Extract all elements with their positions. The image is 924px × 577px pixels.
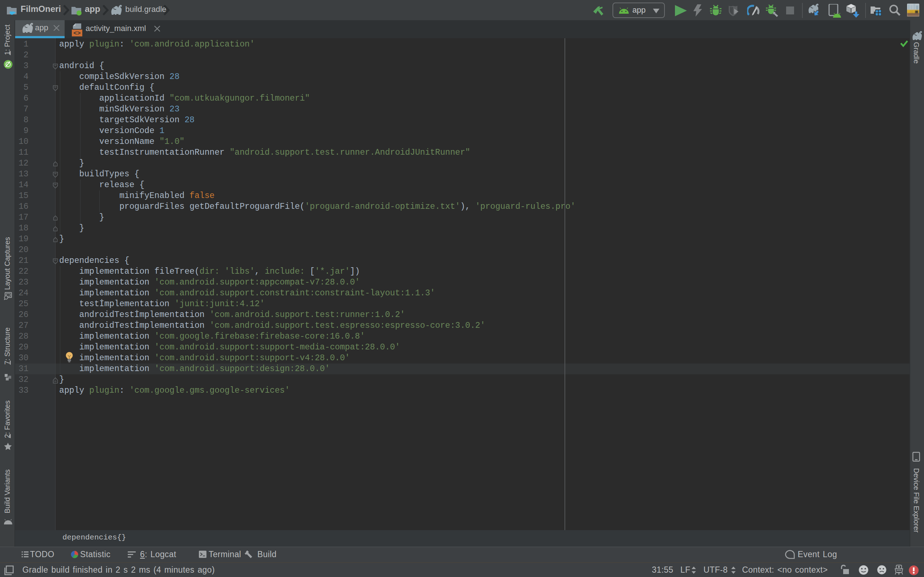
svg-text:<>: <> xyxy=(73,30,81,37)
